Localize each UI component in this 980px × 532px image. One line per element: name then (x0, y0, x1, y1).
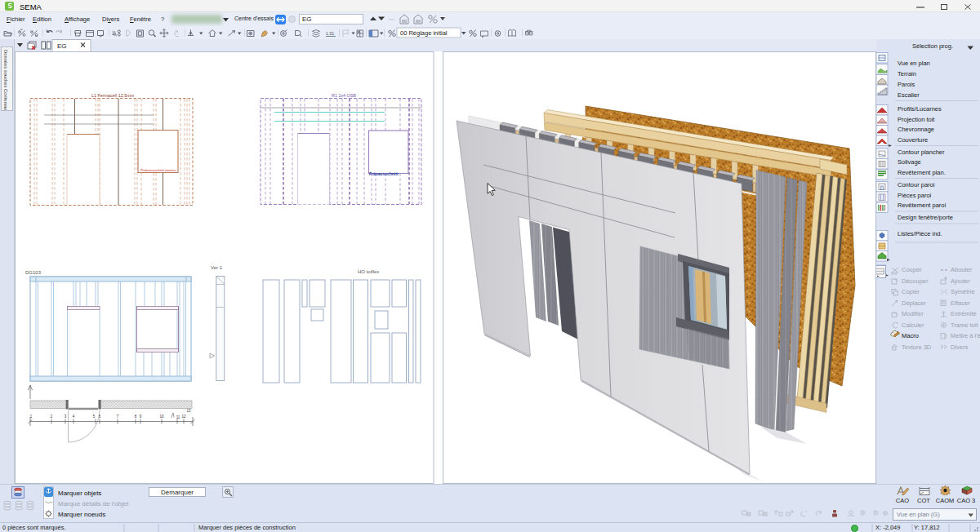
svg-text:HO toiflex: HO toiflex (358, 269, 379, 274)
svg-text:L1 Fermacell 12,5mm: L1 Fermacell 12,5mm (91, 93, 135, 98)
svg-text:10: 10 (159, 415, 164, 419)
svg-text:Plattenausschnitt monteur: Plattenausschnitt monteur (140, 169, 177, 172)
svg-text:13: 13 (186, 409, 191, 413)
svg-text:DG103: DG103 (25, 270, 42, 275)
svg-text:Ver 1: Ver 1 (211, 265, 223, 270)
svg-text:11: 11 (176, 415, 180, 419)
svg-text:R1 2x4 OSB: R1 2x4 OSB (332, 93, 356, 98)
svg-text:Fräsausschnitt: Fräsausschnitt (369, 171, 399, 176)
svg-text:12: 12 (181, 415, 186, 419)
